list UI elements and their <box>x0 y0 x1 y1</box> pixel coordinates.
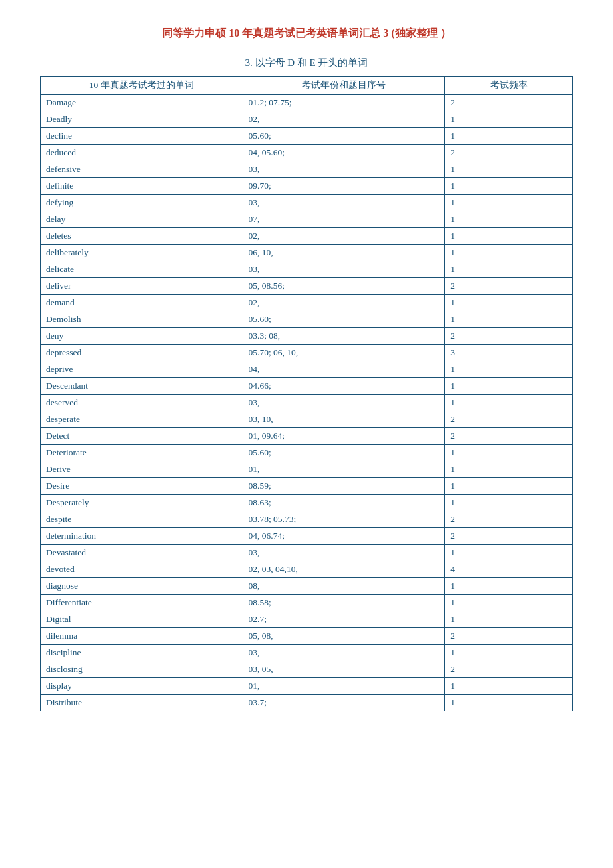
table-cell-8-1: 02, <box>243 228 445 245</box>
table-cell-10-1: 03, <box>243 261 445 278</box>
table-cell-36-2: 1 <box>445 695 573 711</box>
table-row: disclosing03, 05,2 <box>41 661 573 678</box>
table-cell-12-0: demand <box>41 295 243 311</box>
table-cell-9-2: 1 <box>445 245 573 261</box>
table-row: deliberately06, 10,1 <box>41 245 573 261</box>
table-row: Distribute03.7;1 <box>41 695 573 711</box>
table-cell-11-2: 2 <box>445 278 573 295</box>
table-cell-30-0: Differentiate <box>41 595 243 611</box>
table-row: demand02,1 <box>41 295 573 311</box>
table-cell-31-0: Digital <box>41 611 243 628</box>
table-cell-33-1: 03, <box>243 645 445 661</box>
table-cell-21-2: 1 <box>445 445 573 461</box>
table-cell-13-2: 1 <box>445 311 573 328</box>
table-row: dilemma05, 08,2 <box>41 628 573 645</box>
table-cell-2-1: 05.60; <box>243 128 445 145</box>
table-cell-29-2: 1 <box>445 578 573 595</box>
table-cell-28-2: 4 <box>445 561 573 578</box>
table-cell-27-1: 03, <box>243 545 445 561</box>
table-cell-16-0: deprive <box>41 361 243 378</box>
table-cell-34-2: 2 <box>445 661 573 678</box>
table-cell-2-2: 1 <box>445 128 573 145</box>
table-cell-21-0: Deteriorate <box>41 445 243 461</box>
table-cell-8-2: 1 <box>445 228 573 245</box>
table-cell-15-0: depressed <box>41 345 243 361</box>
section-title: 3. 以字母 D 和 E 开头的单词 <box>40 57 573 69</box>
table-cell-27-0: Devastated <box>41 545 243 561</box>
table-cell-1-2: 1 <box>445 111 573 128</box>
table-cell-32-0: dilemma <box>41 628 243 645</box>
table-cell-24-1: 08.63; <box>243 495 445 511</box>
table-cell-19-1: 03, 10, <box>243 411 445 428</box>
table-cell-10-0: delicate <box>41 261 243 278</box>
table-cell-25-2: 2 <box>445 511 573 528</box>
table-row: display01,1 <box>41 678 573 695</box>
table-row: determination04, 06.74;2 <box>41 528 573 545</box>
table-cell-27-2: 1 <box>445 545 573 561</box>
table-cell-26-1: 04, 06.74; <box>243 528 445 545</box>
table-cell-21-1: 05.60; <box>243 445 445 461</box>
column-header-0: 10 年真题考试考过的单词 <box>41 77 243 95</box>
table-row: Desire08.59;1 <box>41 478 573 495</box>
table-cell-2-0: decline <box>41 128 243 145</box>
table-cell-24-2: 1 <box>445 495 573 511</box>
table-row: defensive03,1 <box>41 161 573 178</box>
table-row: Demolish05.60;1 <box>41 311 573 328</box>
table-row: Descendant04.66;1 <box>41 378 573 395</box>
table-cell-6-0: defying <box>41 195 243 211</box>
table-cell-18-1: 03, <box>243 395 445 411</box>
table-cell-18-0: deserved <box>41 395 243 411</box>
table-cell-35-2: 1 <box>445 678 573 695</box>
table-row: deduced04, 05.60;2 <box>41 145 573 161</box>
table-row: desperate03, 10,2 <box>41 411 573 428</box>
table-row: discipline03,1 <box>41 645 573 661</box>
table-cell-7-0: delay <box>41 211 243 228</box>
table-cell-12-1: 02, <box>243 295 445 311</box>
table-row: defying03,1 <box>41 195 573 211</box>
table-row: Damage01.2; 07.75;2 <box>41 95 573 111</box>
table-cell-22-2: 1 <box>445 461 573 478</box>
table-cell-10-2: 1 <box>445 261 573 278</box>
table-cell-7-2: 1 <box>445 211 573 228</box>
table-cell-32-2: 2 <box>445 628 573 645</box>
column-header-2: 考试频率 <box>445 77 573 95</box>
table-cell-9-0: deliberately <box>41 245 243 261</box>
table-row: decline05.60;1 <box>41 128 573 145</box>
table-row: despite03.78; 05.73;2 <box>41 511 573 528</box>
table-cell-30-1: 08.58; <box>243 595 445 611</box>
table-row: depressed05.70; 06, 10,3 <box>41 345 573 361</box>
table-cell-22-1: 01, <box>243 461 445 478</box>
table-row: deny03.3; 08,2 <box>41 328 573 345</box>
table-cell-32-1: 05, 08, <box>243 628 445 645</box>
table-cell-14-2: 2 <box>445 328 573 345</box>
table-row: Devastated03,1 <box>41 545 573 561</box>
table-row: Derive01,1 <box>41 461 573 478</box>
table-cell-5-1: 09.70; <box>243 178 445 195</box>
table-cell-6-1: 03, <box>243 195 445 211</box>
table-cell-9-1: 06, 10, <box>243 245 445 261</box>
table-cell-5-2: 1 <box>445 178 573 195</box>
table-cell-33-0: discipline <box>41 645 243 661</box>
table-cell-23-1: 08.59; <box>243 478 445 495</box>
table-cell-15-1: 05.70; 06, 10, <box>243 345 445 361</box>
table-cell-25-1: 03.78; 05.73; <box>243 511 445 528</box>
table-cell-14-1: 03.3; 08, <box>243 328 445 345</box>
column-header-1: 考试年份和题目序号 <box>243 77 445 95</box>
table-row: Digital02.7;1 <box>41 611 573 628</box>
table-cell-16-2: 1 <box>445 361 573 378</box>
table-cell-30-2: 1 <box>445 595 573 611</box>
table-cell-28-0: devoted <box>41 561 243 578</box>
table-row: deserved03,1 <box>41 395 573 411</box>
table-cell-20-0: Detect <box>41 428 243 445</box>
table-cell-17-1: 04.66; <box>243 378 445 395</box>
table-cell-35-1: 01, <box>243 678 445 695</box>
table-cell-26-0: determination <box>41 528 243 545</box>
table-cell-1-1: 02, <box>243 111 445 128</box>
table-cell-4-0: defensive <box>41 161 243 178</box>
table-cell-18-2: 1 <box>445 395 573 411</box>
table-cell-4-2: 1 <box>445 161 573 178</box>
table-cell-25-0: despite <box>41 511 243 528</box>
table-cell-31-2: 1 <box>445 611 573 628</box>
table-cell-0-1: 01.2; 07.75; <box>243 95 445 111</box>
table-cell-20-2: 2 <box>445 428 573 445</box>
